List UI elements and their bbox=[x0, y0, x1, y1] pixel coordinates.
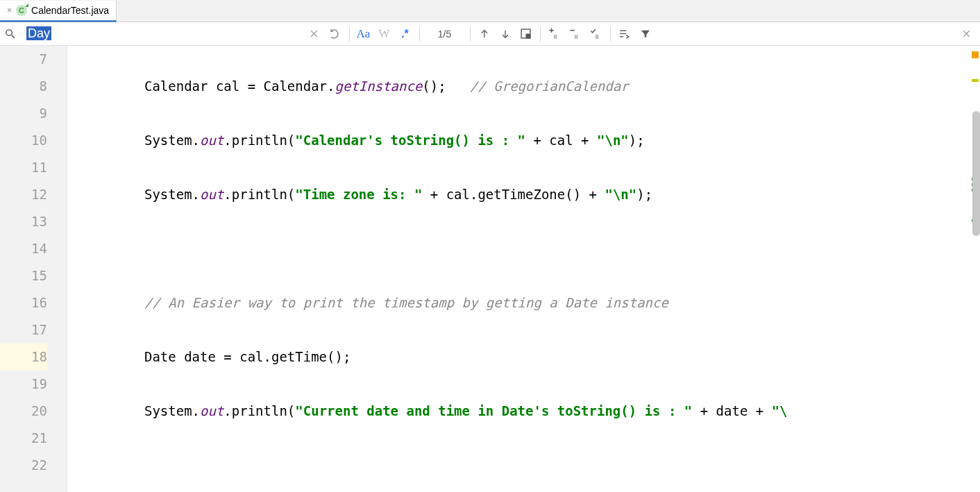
search-icon bbox=[4, 28, 16, 40]
svg-point-0 bbox=[6, 30, 12, 36]
prev-match-icon[interactable] bbox=[475, 24, 494, 44]
svg-text:II: II bbox=[595, 33, 599, 40]
svg-text:II: II bbox=[554, 33, 557, 40]
match-counter: 1/5 bbox=[424, 28, 466, 40]
select-all-icon[interactable]: II bbox=[586, 24, 606, 44]
java-class-icon: C bbox=[16, 5, 27, 16]
tab-filename: CalendarTest.java bbox=[31, 5, 109, 16]
regex-toggle[interactable]: .* bbox=[396, 24, 415, 44]
filter-icon[interactable] bbox=[636, 24, 655, 44]
add-selection-icon[interactable]: II bbox=[545, 24, 564, 44]
remove-selection-icon[interactable]: II bbox=[566, 24, 585, 44]
editor-tabbar: × C CalendarTest.java bbox=[0, 0, 980, 22]
svg-text:II: II bbox=[575, 33, 578, 40]
close-tab-icon[interactable]: × bbox=[7, 6, 12, 15]
file-tab[interactable]: × C CalendarTest.java bbox=[0, 1, 117, 22]
whole-word-toggle[interactable]: W bbox=[375, 24, 394, 44]
search-input[interactable]: Day bbox=[26, 26, 51, 41]
match-case-toggle[interactable]: Aa bbox=[354, 24, 373, 44]
clear-search-icon[interactable] bbox=[305, 24, 324, 44]
svg-rect-7 bbox=[526, 34, 530, 38]
find-toolbar: ▼ Day Aa W .* 1/5 II II II bbox=[0, 22, 980, 46]
svg-line-1 bbox=[12, 35, 15, 38]
select-all-occurrences-icon[interactable] bbox=[516, 24, 536, 44]
open-in-find-window-icon[interactable] bbox=[615, 24, 634, 44]
search-history-icon[interactable] bbox=[326, 24, 345, 44]
next-match-icon[interactable] bbox=[496, 24, 515, 44]
search-box[interactable]: ▼ Day bbox=[4, 25, 303, 43]
close-findbar-icon[interactable] bbox=[956, 24, 976, 44]
